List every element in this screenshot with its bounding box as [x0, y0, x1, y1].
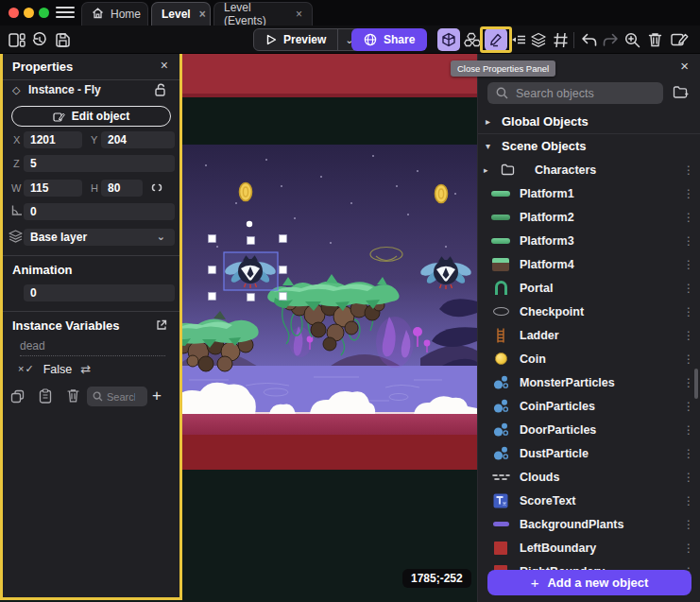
- object-row-platform3[interactable]: Platform3 ⋮: [478, 229, 700, 252]
- swap-value-icon[interactable]: ⇄: [80, 362, 91, 376]
- folder-icon: [497, 162, 518, 179]
- kebab-menu-icon[interactable]: ⋮: [683, 400, 694, 413]
- kebab-menu-icon[interactable]: ⋮: [683, 471, 694, 484]
- view-3d-icon[interactable]: [437, 28, 460, 51]
- kebab-menu-icon[interactable]: ⋮: [683, 542, 694, 555]
- object-row-portal[interactable]: Portal ⋮: [478, 276, 700, 300]
- kebab-menu-icon[interactable]: ⋮: [683, 305, 694, 318]
- kebab-menu-icon[interactable]: ⋮: [683, 258, 694, 271]
- object-row-checkpoint[interactable]: Checkpoint ⋮: [478, 300, 700, 323]
- kebab-menu-icon[interactable]: ⋮: [683, 494, 694, 507]
- object-row-platform2[interactable]: Platform2 ⋮: [478, 205, 700, 229]
- zoom-in-icon[interactable]: [621, 28, 643, 51]
- object-row-platform4[interactable]: Platform4 ⋮: [478, 252, 700, 276]
- layers-icon[interactable]: [527, 28, 550, 51]
- plus-icon: +: [531, 575, 539, 591]
- variable-name[interactable]: dead: [20, 339, 165, 356]
- tab-close-icon[interactable]: ×: [199, 8, 206, 21]
- objects-search[interactable]: [487, 82, 663, 104]
- tab-home[interactable]: Home: [81, 2, 148, 26]
- kebab-menu-icon[interactable]: ⋮: [683, 211, 694, 224]
- object-row-scoretext[interactable]: ScoreText ⋮: [478, 489, 700, 512]
- open-in-new-icon[interactable]: [156, 319, 167, 331]
- undo-icon[interactable]: [577, 28, 600, 51]
- paste-icon[interactable]: [39, 388, 52, 404]
- variable-value-row[interactable]: ×✓ False ⇄: [18, 362, 91, 376]
- object-row-platform1[interactable]: Platform1 ⋮: [478, 181, 700, 205]
- aspect-ratio-link-icon[interactable]: [151, 181, 162, 195]
- object-row-coin[interactable]: Coin ⋮: [478, 347, 700, 370]
- tab-close-icon[interactable]: ×: [296, 8, 302, 21]
- z-field[interactable]: 5: [24, 155, 175, 172]
- object-row-backgroundplants[interactable]: BackgroundPlants ⋮: [478, 512, 700, 536]
- y-field[interactable]: 204: [101, 131, 175, 148]
- clouds-thumbnail: [490, 469, 511, 486]
- close-icon[interactable]: ×: [161, 58, 168, 73]
- kebab-menu-icon[interactable]: ⋮: [683, 234, 694, 248]
- angle-field[interactable]: 0: [24, 203, 175, 220]
- group-global-objects[interactable]: ▸ Global Objects: [486, 114, 589, 129]
- add-object-button[interactable]: + Add a new object: [487, 570, 691, 595]
- object-row-leftboundary[interactable]: LeftBoundary ⋮: [478, 536, 700, 559]
- tab-level[interactable]: Level ×: [151, 2, 211, 26]
- new-folder-icon[interactable]: [673, 85, 689, 99]
- animation-section-title: Animation: [12, 263, 73, 277]
- y-label: Y: [91, 134, 97, 146]
- width-field[interactable]: 115: [24, 180, 82, 197]
- scrollbar-thumb[interactable]: [694, 369, 698, 399]
- kebab-menu-icon[interactable]: ⋮: [683, 353, 694, 366]
- scene-properties-icon[interactable]: [668, 28, 691, 51]
- object-groups-icon[interactable]: [461, 28, 484, 51]
- boolean-type-icon: ×✓: [18, 363, 35, 375]
- redo-icon[interactable]: [599, 28, 622, 51]
- main-menu-icon[interactable]: [56, 7, 75, 19]
- kebab-menu-icon[interactable]: ⋮: [683, 376, 694, 389]
- copy-icon[interactable]: [10, 389, 25, 404]
- window-zoom-button[interactable]: [39, 8, 49, 18]
- object-row-clouds[interactable]: Clouds ⋮: [478, 465, 700, 489]
- grid-icon[interactable]: [549, 28, 572, 51]
- delete-icon[interactable]: [643, 28, 666, 51]
- height-field[interactable]: 80: [101, 180, 143, 197]
- panels-layout-icon[interactable]: [6, 28, 28, 51]
- close-icon[interactable]: ×: [680, 58, 689, 74]
- group-scene-objects[interactable]: ▾ Scene Objects: [486, 139, 587, 153]
- window-minimize-button[interactable]: [24, 8, 34, 18]
- tooltip: Close Properties Panel: [451, 60, 555, 77]
- window-close-button[interactable]: [9, 8, 19, 18]
- edit-pencil-icon[interactable]: [485, 28, 507, 51]
- object-row-doorparticles[interactable]: DoorParticles ⋮: [478, 418, 700, 441]
- layers-icon: [9, 230, 23, 243]
- objects-search-input[interactable]: [516, 87, 655, 100]
- object-row-monsterparticles[interactable]: MonsterParticles ⋮: [478, 370, 700, 394]
- layer-select[interactable]: Base layer ⌄: [24, 229, 175, 246]
- kebab-menu-icon[interactable]: ⋮: [683, 187, 694, 200]
- tab-level-events[interactable]: Level (Events) ×: [213, 2, 313, 26]
- unlock-icon[interactable]: [154, 83, 166, 96]
- save-icon[interactable]: [51, 28, 74, 51]
- object-row-dustparticle[interactable]: DustParticle ⋮: [478, 441, 700, 465]
- cursor-coordinates-badge: 1785;-252: [402, 569, 471, 588]
- kebab-menu-icon[interactable]: ⋮: [683, 163, 694, 177]
- trash-icon[interactable]: [67, 388, 79, 403]
- kebab-menu-icon[interactable]: ⋮: [683, 423, 694, 437]
- animation-field[interactable]: 0: [24, 284, 175, 301]
- share-button[interactable]: Share: [351, 28, 427, 51]
- object-row-coinparticles[interactable]: CoinParticles ⋮: [478, 394, 700, 418]
- add-variable-button[interactable]: +: [152, 387, 162, 405]
- edit-object-button[interactable]: Edit object: [11, 106, 171, 127]
- variables-search[interactable]: [87, 387, 147, 406]
- object-row-ladder[interactable]: Ladder ⋮: [478, 323, 700, 347]
- scene-canvas[interactable]: 1785;-252: [179, 54, 477, 602]
- kebab-menu-icon[interactable]: ⋮: [683, 329, 694, 342]
- variables-search-input[interactable]: [107, 391, 135, 403]
- history-icon[interactable]: [28, 28, 51, 51]
- kebab-menu-icon[interactable]: ⋮: [683, 518, 694, 531]
- kebab-menu-icon[interactable]: ⋮: [683, 447, 694, 460]
- divider: [3, 255, 179, 256]
- x-field[interactable]: 1201: [24, 131, 82, 148]
- object-row-characters[interactable]: ▸ Characters ⋮: [478, 158, 700, 181]
- kebab-menu-icon[interactable]: ⋮: [683, 282, 694, 295]
- instances-list-icon[interactable]: [510, 28, 527, 51]
- preview-button[interactable]: Preview ⌄: [253, 28, 361, 51]
